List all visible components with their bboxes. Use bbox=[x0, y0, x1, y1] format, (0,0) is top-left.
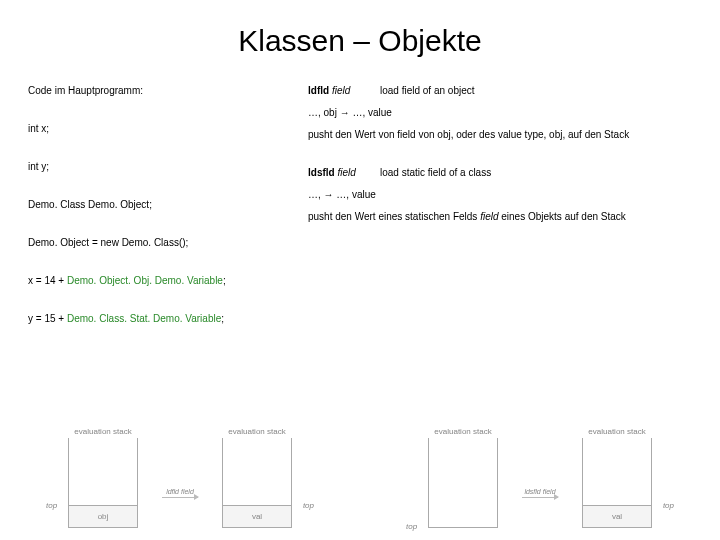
arrow-label: ldfld field bbox=[166, 488, 194, 495]
stack-caption: evaluation stack bbox=[228, 427, 285, 436]
stack-cell-val: val bbox=[223, 505, 291, 527]
code-text: ; bbox=[223, 275, 226, 286]
instruction-desc: load static field of a class bbox=[380, 164, 491, 182]
top-pointer: top bbox=[663, 501, 674, 510]
stack-caption: evaluation stack bbox=[588, 427, 645, 436]
code-text: y = 15 + bbox=[28, 313, 67, 324]
code-line: int y; bbox=[28, 158, 308, 176]
stack-cell-val: val bbox=[583, 505, 651, 527]
instruction-row: ldfld field load field of an object bbox=[308, 82, 692, 100]
instruction-desc: load field of an object bbox=[380, 82, 475, 100]
instruction-row: ldsfld field load static field of a clas… bbox=[308, 164, 692, 182]
arrow-icon bbox=[162, 497, 198, 498]
code-line: Demo. Object = new Demo. Class(); bbox=[28, 234, 308, 252]
highlighted-ref: Demo. Object. Obj. Demo. Variable bbox=[67, 275, 223, 286]
code-text: x = 14 + bbox=[28, 275, 67, 286]
instruction-explain: pusht den Wert eines statischen Felds fi… bbox=[308, 208, 692, 226]
arrow-label: ldsfld field bbox=[524, 488, 555, 495]
stack-before: evaluation stack top bbox=[428, 427, 498, 528]
instruction-name: ldsfld field bbox=[308, 164, 364, 182]
arrow-ldsfld: ldsfld field bbox=[522, 488, 558, 498]
code-text: ; bbox=[221, 313, 224, 324]
stack-diagrams: evaluation stack obj top ldfld field eva… bbox=[0, 348, 720, 528]
content-columns: Code im Hauptprogramm: int x; int y; Dem… bbox=[0, 82, 720, 332]
code-line: x = 14 + Demo. Object. Obj. Demo. Variab… bbox=[28, 272, 308, 290]
stack-transition: …, → …, value bbox=[308, 186, 692, 204]
instruction-name: ldfld field bbox=[308, 82, 364, 100]
right-column: ldfld field load field of an object …, o… bbox=[308, 82, 692, 332]
highlighted-ref: Demo. Class. Stat. Demo. Variable bbox=[67, 313, 221, 324]
top-pointer: top bbox=[303, 501, 314, 510]
code-line: int x; bbox=[28, 120, 308, 138]
code-header: Code im Hauptprogramm: bbox=[28, 82, 308, 100]
code-line: y = 15 + Demo. Class. Stat. Demo. Variab… bbox=[28, 310, 308, 328]
stack-caption: evaluation stack bbox=[74, 427, 131, 436]
stack-before: evaluation stack obj top bbox=[68, 427, 138, 528]
stack-transition: …, obj → …, value bbox=[308, 104, 692, 122]
stack-after: evaluation stack val top bbox=[222, 427, 292, 528]
stack-cell-obj: obj bbox=[69, 505, 137, 527]
diagram-ldsfld: evaluation stack top ldsfld field evalua… bbox=[360, 348, 720, 528]
slide-title: Klassen – Objekte bbox=[0, 0, 720, 82]
diagram-ldfld: evaluation stack obj top ldfld field eva… bbox=[0, 348, 360, 528]
stack-caption: evaluation stack bbox=[434, 427, 491, 436]
arrow-icon bbox=[522, 497, 558, 498]
arrow-ldfld: ldfld field bbox=[162, 488, 198, 498]
top-pointer: top bbox=[406, 522, 417, 531]
left-column: Code im Hauptprogramm: int x; int y; Dem… bbox=[28, 82, 308, 332]
code-line: Demo. Class Demo. Object; bbox=[28, 196, 308, 214]
instruction-explain: pusht den Wert von field von obj, oder d… bbox=[308, 126, 692, 144]
stack-after: evaluation stack val top bbox=[582, 427, 652, 528]
top-pointer: top bbox=[46, 501, 57, 510]
